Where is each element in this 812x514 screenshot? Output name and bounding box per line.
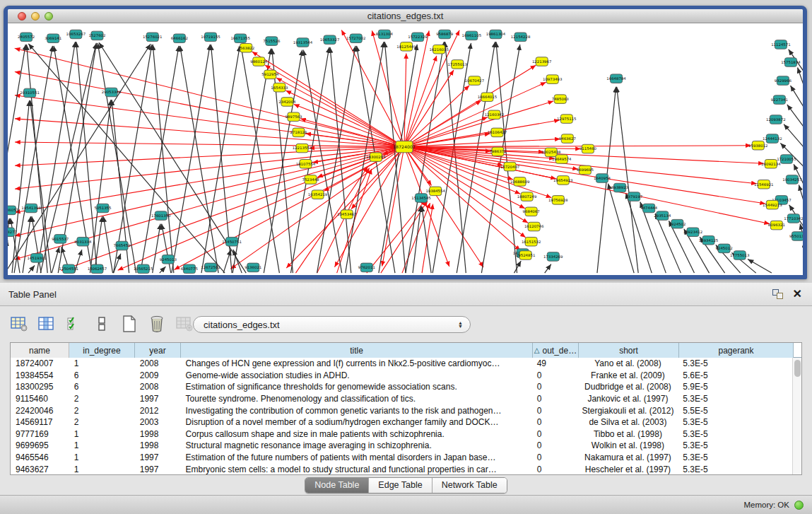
close-window-button[interactable] [18, 12, 26, 21]
graph-node-yellow[interactable]: 18300295 [366, 153, 385, 162]
graph-node-teal[interactable]: 5051355 [94, 204, 111, 213]
graph-node-teal[interactable]: 3069141 [45, 34, 61, 43]
graph-node-teal[interactable]: 6466162 [171, 34, 188, 43]
graph-node-teal[interactable]: 15134545 [411, 194, 430, 203]
graph-node-teal[interactable]: 15751874 [781, 58, 801, 67]
graph-node-yellow[interactable]: 8096321 [768, 221, 785, 230]
graph-node-teal[interactable]: 12444132 [763, 134, 782, 144]
graph-node-teal[interactable]: 9015537 [52, 235, 69, 244]
table-scrollbar[interactable] [792, 358, 801, 474]
table-selector-dropdown[interactable]: citations_edges.txt ▲▼ [193, 316, 471, 333]
graph-node-teal[interactable]: 15276021 [143, 33, 162, 42]
graph-node-teal[interactable]: 9762011 [358, 263, 375, 272]
graph-node-yellow[interactable]: 18125449 [396, 42, 416, 52]
table-mode-button[interactable] [10, 315, 28, 333]
minimize-window-button[interactable] [31, 12, 40, 21]
graph-node-teal[interactable]: 12093872 [766, 115, 785, 124]
graph-node-yellow[interactable]: 18664015 [478, 93, 497, 102]
graph-node-yellow[interactable]: 17255013 [448, 60, 467, 69]
graph-node-yellow[interactable]: 10670427 [465, 76, 484, 86]
graph-node-yellow[interactable]: 11546921 [754, 180, 773, 189]
graph-node-teal[interactable]: 19861304 [486, 30, 506, 39]
graph-node-teal[interactable]: 10653327 [320, 35, 339, 45]
graph-node-teal[interactable]: 8031334 [74, 237, 92, 246]
graph-node-teal[interactable]: 8938923 [611, 183, 628, 192]
create-column-button[interactable] [120, 315, 139, 333]
graph-node-teal[interactable]: 9474444 [640, 204, 658, 213]
row-height-button[interactable] [93, 315, 111, 333]
graph-node-hub[interactable]: 18724007 [393, 141, 416, 152]
graph-node-teal[interactable]: 9245013 [160, 255, 177, 264]
zoom-window-button[interactable] [45, 12, 53, 21]
graph-node-teal[interactable]: 17334269 [543, 252, 563, 262]
column-header-name[interactable]: name [11, 343, 69, 358]
graph-node-teal[interactable]: 16934125 [699, 236, 718, 245]
graph-node-yellow[interactable]: 19654923 [553, 176, 572, 185]
graph-node-teal[interactable]: 9227341 [771, 95, 788, 105]
graph-node-yellow[interactable]: 18107554 [296, 159, 316, 168]
table-row[interactable]: 969969511998Structural magnetic resonanc… [11, 440, 792, 452]
close-panel-icon[interactable]: ✕ [793, 289, 802, 299]
citation-network-graph[interactable]: 2405572306914110653267152760215276021646… [8, 24, 803, 275]
graph-node-yellow[interactable]: 7485063 [552, 95, 569, 104]
graph-node-teal[interactable]: 11124571 [771, 40, 790, 49]
graph-node-yellow[interactable]: 7563822 [237, 43, 254, 52]
graph-node-teal[interactable]: 10719155 [201, 33, 220, 42]
graph-node-teal[interactable]: 10565215 [134, 264, 153, 274]
tab-network-table[interactable]: Network Table [433, 478, 507, 493]
graph-node-teal[interactable]: 9245012 [716, 244, 733, 253]
graph-node-teal[interactable]: 1527602 [88, 31, 105, 40]
network-canvas[interactable]: 2405572306914110653267152760215276021646… [8, 24, 803, 275]
graph-node-teal[interactable]: 15727002 [346, 34, 365, 43]
graph-node-teal[interactable]: 9550134 [789, 232, 803, 241]
delete-column-button[interactable] [148, 315, 166, 333]
window-titlebar[interactable]: citations_edges.txt [8, 9, 803, 23]
graph-node-yellow[interactable]: 16354219 [308, 190, 327, 199]
graph-node-teal[interactable]: 9329966 [775, 76, 792, 86]
graph-node-yellow[interactable]: 15720407 [500, 162, 519, 171]
graph-node-yellow[interactable]: 19384554 [425, 187, 445, 196]
graph-node-yellow[interactable]: 12975115 [557, 115, 576, 124]
graph-node-teal[interactable]: 9586879 [436, 30, 453, 39]
tab-node-table[interactable]: Node Table [305, 478, 369, 493]
select-rows-button[interactable] [65, 315, 83, 333]
graph-node-teal[interactable]: 8131304 [376, 30, 394, 39]
graph-node-teal[interactable]: 9136021 [245, 263, 261, 272]
graph-node-teal[interactable]: 1640954 [594, 174, 611, 183]
graph-node-yellow[interactable]: 1654333 [271, 83, 288, 92]
graph-node-teal[interactable]: 15722329 [408, 33, 427, 42]
graph-node-teal[interactable]: 10923412 [683, 228, 702, 237]
table-row[interactable]: 2242004622012Investigating the contribut… [11, 404, 792, 416]
graph-node-teal[interactable]: 16648784 [606, 74, 626, 83]
table-row[interactable]: 1456911722003Disruption of a novel membe… [11, 416, 792, 428]
graph-node-yellow[interactable]: 15938012 [748, 141, 767, 150]
graph-node-teal[interactable]: 2935134 [654, 211, 671, 221]
graph-node-teal[interactable]: 6379197 [625, 192, 642, 201]
show-columns-button[interactable] [37, 315, 56, 333]
graph-node-yellow[interactable]: 16151532 [522, 237, 541, 246]
graph-node-yellow[interactable]: 2718126 [290, 128, 307, 137]
table-row[interactable]: 1872400712008Changes of HCN gene express… [11, 358, 792, 370]
table-row[interactable]: 977716911998Corpus callosum shape and si… [11, 428, 792, 440]
column-header-pagerank[interactable]: pagerank [679, 343, 794, 358]
graph-node-teal[interactable]: 2405572 [18, 33, 35, 42]
graph-node-teal[interactable]: 2636057 [8, 206, 18, 215]
graph-node-yellow[interactable]: 9699695 [577, 165, 594, 175]
column-header-title[interactable]: title [181, 343, 533, 358]
tab-edge-table[interactable]: Edge Table [369, 478, 432, 493]
graph-node-teal[interactable]: 12154228 [511, 33, 531, 42]
graph-node-teal[interactable]: 16671355 [230, 34, 249, 43]
table-row[interactable]: 1830029562008Estimation of significance … [11, 381, 792, 393]
graph-node-yellow[interactable]: 10453467 [337, 210, 356, 219]
graph-node-yellow[interactable]: 12160342 [485, 110, 504, 119]
column-header-year[interactable]: year [135, 343, 181, 358]
graph-node-teal[interactable]: 19313544 [293, 38, 313, 47]
graph-node-yellow[interactable]: 12213967 [532, 57, 551, 66]
graph-node-yellow[interactable]: 9684067 [523, 207, 540, 216]
graph-node-teal[interactable]: 10034257 [782, 175, 801, 185]
column-header-short[interactable]: short [579, 343, 679, 358]
table-row[interactable]: 946554611997Estimation of the future num… [11, 452, 792, 464]
table-row[interactable]: 1938455462009Genome-wide association stu… [11, 370, 792, 382]
graph-node-yellow[interactable]: 7986372 [489, 147, 506, 156]
graph-node-teal[interactable]: 6340775 [181, 264, 198, 274]
